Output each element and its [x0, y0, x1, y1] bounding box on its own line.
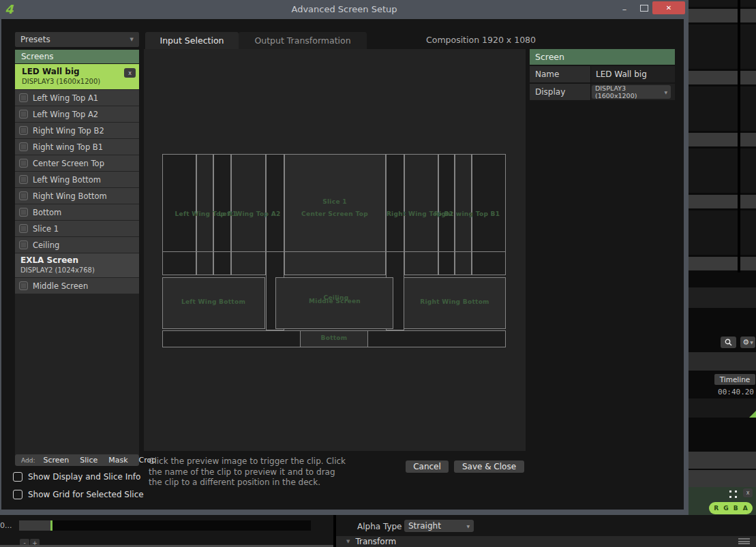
slice-divider-line: [162, 251, 506, 252]
timeline-track: [689, 398, 756, 418]
name-label: Name: [530, 66, 590, 82]
fullscreen-icon[interactable]: [729, 490, 731, 493]
add-toolbar: Add: ScreenSliceMaskCrop: [15, 454, 139, 466]
show-display-info-checkbox-row[interactable]: Show Display and Slice Info: [13, 472, 140, 482]
slider-handle[interactable]: [50, 520, 52, 531]
channel-r-button[interactable]: R: [714, 505, 719, 512]
clip-thumbnail[interactable]: [689, 0, 756, 7]
screen-properties-header: Screen: [530, 49, 675, 65]
advanced-screen-setup-dialog: 4 Advanced Screen Setup – ✕ Presets ▼ Sc…: [0, 0, 689, 515]
slice-thumb-icon: [19, 208, 28, 217]
clip-thumbnail[interactable]: [689, 25, 756, 69]
add-slice-button[interactable]: Slice: [80, 456, 97, 465]
slice-list-item[interactable]: Right Wing Top B2: [15, 123, 139, 138]
bottom-panel: 0... - + Alpha Type Straight ▼ ▼ Transfo…: [0, 515, 756, 547]
slice-thumb-icon: [19, 126, 28, 135]
name-value[interactable]: LED Wall big: [591, 66, 675, 82]
checkbox-icon[interactable]: [13, 490, 22, 499]
layer-row: [689, 470, 756, 487]
slider-fill: [19, 520, 50, 531]
slice-list-item[interactable]: Center Screen Top: [15, 155, 139, 171]
show-grid-checkbox-row[interactable]: Show Grid for Selected Slice: [13, 490, 144, 499]
clip-name-bar[interactable]: [689, 71, 756, 84]
tab-input-selection[interactable]: Input Selection: [145, 32, 239, 49]
clip-name-bar[interactable]: [689, 257, 756, 270]
slice-thumb-icon: [19, 142, 28, 151]
tab-output-transformation[interactable]: Output Transformation: [239, 32, 367, 49]
slice-thumb-icon: [19, 159, 28, 168]
slice-name-label: Left Wing Bottom: [181, 298, 245, 305]
slice-list-item[interactable]: Right wing Top B1: [15, 139, 139, 155]
clip-name-bar[interactable]: [689, 133, 756, 146]
timeline-dropdown[interactable]: Timeline: [714, 374, 755, 385]
slice-label: Ceiling: [33, 240, 59, 250]
slice-list-item[interactable]: Left Wing Top A1: [15, 90, 139, 106]
slice-list-item[interactable]: Right Wing Bottom: [15, 188, 139, 204]
chevron-down-icon: ▼: [130, 37, 134, 42]
screen-item-selected[interactable]: LED Wall bigDISPLAY3 (1600x1200)x: [15, 64, 139, 89]
remove-screen-button[interactable]: x: [124, 68, 136, 78]
slice-label: Left Wing Top A1: [33, 93, 98, 103]
clip-thumbnail[interactable]: [689, 149, 756, 193]
checkbox-icon[interactable]: [13, 472, 22, 482]
maximize-button[interactable]: [640, 5, 648, 12]
bpm-slider[interactable]: [19, 520, 311, 531]
slice-list-item[interactable]: Bottom: [15, 204, 139, 220]
minimize-button[interactable]: –: [618, 1, 631, 14]
preview-close-button[interactable]: x: [743, 488, 753, 497]
slice-thumb-icon: [19, 224, 28, 233]
slice-preview-canvas[interactable]: Left Wing Top A1Left Wing Top A2Slice 1C…: [144, 49, 526, 451]
close-button[interactable]: ✕: [652, 1, 685, 14]
cancel-button[interactable]: Cancel: [406, 460, 449, 473]
collapse-triangle-icon: ▼: [346, 539, 350, 544]
timecode: 00:40.20: [718, 388, 754, 396]
slice-thumb-icon: [19, 240, 28, 249]
screen-name: LED Wall big: [22, 67, 80, 76]
menu-icon[interactable]: [738, 538, 750, 544]
screen-name: EXLA Screen: [20, 255, 78, 265]
slice-list-item[interactable]: Left Wing Bottom: [15, 172, 139, 187]
alpha-type-dropdown[interactable]: Straight ▼: [404, 520, 474, 532]
layer-row: [689, 452, 756, 469]
dialog-titlebar[interactable]: 4 Advanced Screen Setup – ✕: [0, 0, 689, 19]
presets-dropdown[interactable]: Presets ▼: [15, 32, 139, 47]
clip-thumbnail[interactable]: [689, 210, 756, 255]
instruction-text: Click the preview image to trigger the c…: [149, 456, 380, 488]
rgba-channel-buttons[interactable]: RGBA: [709, 502, 753, 514]
search-button[interactable]: [721, 337, 736, 348]
clip-name-bar[interactable]: [689, 195, 756, 208]
slice-name-label: Middle Screen: [309, 298, 361, 304]
chevron-down-icon: ▼: [750, 340, 753, 345]
slice-list-item[interactable]: Middle Screen: [15, 278, 139, 294]
slice-list-item[interactable]: Left Wing Top A2: [15, 106, 139, 122]
clip-thumbnail[interactable]: [689, 87, 756, 131]
slice-label: Left Wing Top A2: [33, 110, 98, 119]
display-dropdown-value: DISPLAY3 (1600x1200): [595, 84, 664, 99]
screen-item[interactable]: EXLA ScreenDISPLAY2 (1024x768): [15, 253, 139, 277]
dialog-title: Advanced Screen Setup: [0, 4, 689, 14]
slice-label: Bottom: [33, 208, 61, 217]
slice-list-item[interactable]: Ceiling: [15, 237, 139, 253]
preview-monitor-panel: x RGBA: [689, 487, 756, 515]
settings-button[interactable]: ⚙▼: [740, 337, 755, 348]
slice-label: Right Wing Top B2: [33, 126, 104, 136]
alpha-type-label: Alpha Type: [357, 522, 402, 531]
channel-g-button[interactable]: G: [723, 505, 728, 512]
slice-area: Left Wing Top A1Left Wing Top A2Slice 1C…: [162, 154, 506, 347]
deck-row: [689, 287, 756, 308]
alpha-type-value: Straight: [408, 521, 441, 531]
add-mask-button[interactable]: Mask: [108, 456, 127, 465]
chevron-down-icon: ▼: [664, 90, 667, 95]
channel-b-button[interactable]: B: [734, 505, 738, 512]
display-label: Display: [530, 84, 590, 100]
channel-a-button[interactable]: A: [743, 505, 748, 512]
slice-name-label: Bottom: [320, 334, 347, 341]
add-screen-button[interactable]: Screen: [43, 456, 69, 465]
slice-label: Middle Screen: [33, 281, 88, 291]
clip-name-bar[interactable]: [689, 9, 756, 22]
save-close-button[interactable]: Save & Close: [454, 460, 524, 473]
transform-label: Transform: [355, 537, 396, 546]
slice-list-item[interactable]: Slice 1: [15, 221, 139, 236]
transform-section-header[interactable]: ▼ Transform: [336, 536, 756, 547]
display-dropdown[interactable]: DISPLAY3 (1600x1200) ▼: [592, 85, 671, 99]
